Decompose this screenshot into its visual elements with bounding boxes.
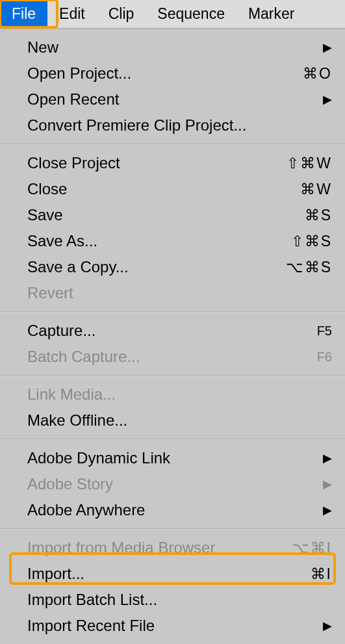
shortcut: ⌥⌘I: [280, 539, 332, 557]
menu-import-recent-file[interactable]: Import Recent File ▶: [0, 613, 345, 639]
menu-section-3: Link Media... Make Offline...: [0, 376, 345, 439]
menu-label: Batch Capture...: [27, 348, 280, 366]
shortcut: ⌘O: [280, 65, 332, 83]
submenu-arrow-icon: ▶: [320, 619, 332, 633]
menu-batch-capture: Batch Capture... F6: [0, 344, 345, 370]
shortcut: ⌘I: [280, 565, 332, 583]
menu-label: Import Recent File: [27, 617, 315, 635]
menu-new[interactable]: New ▶: [0, 34, 345, 60]
menu-label: Save As...: [27, 232, 280, 250]
menu-convert-premiere-clip[interactable]: Convert Premiere Clip Project...: [0, 112, 345, 138]
shortcut: ⌘W: [280, 181, 332, 198]
shortcut: F5: [280, 324, 332, 339]
menu-label: Adobe Anywhere: [27, 501, 315, 519]
menu-label: Close Project: [27, 154, 280, 172]
menu-import-batch-list[interactable]: Import Batch List...: [0, 587, 345, 613]
menu-label: Open Project...: [27, 64, 280, 83]
menubar-sequence[interactable]: Sequence: [146, 0, 236, 28]
menu-label: Import from Media Browser: [27, 539, 280, 557]
menu-import-from-media-browser: Import from Media Browser ⌥⌘I: [0, 535, 345, 561]
menubar: File Edit Clip Sequence Marker: [0, 0, 345, 29]
menu-close[interactable]: Close ⌘W: [0, 176, 345, 202]
menu-section-5: Import from Media Browser ⌥⌘I Import... …: [0, 529, 345, 644]
submenu-arrow-icon: ▶: [320, 503, 332, 517]
menu-make-offline[interactable]: Make Offline...: [0, 407, 345, 433]
menu-adobe-story: Adobe Story ▶: [0, 471, 345, 497]
menu-label: Import...: [27, 565, 280, 583]
menu-label: Close: [27, 180, 280, 198]
menu-label: Save: [27, 206, 280, 224]
menubar-marker[interactable]: Marker: [236, 0, 307, 28]
menu-revert: Revert: [0, 280, 345, 306]
file-dropdown: New ▶ Open Project... ⌘O Open Recent ▶ C…: [0, 29, 345, 644]
menu-label: Save a Copy...: [27, 258, 280, 276]
menu-save-as[interactable]: Save As... ⇧⌘S: [0, 228, 345, 254]
submenu-arrow-icon: ▶: [320, 477, 332, 491]
menu-section-0: New ▶ Open Project... ⌘O Open Recent ▶ C…: [0, 29, 345, 144]
menu-import[interactable]: Import... ⌘I: [0, 561, 345, 587]
menubar-clip[interactable]: Clip: [97, 0, 146, 28]
shortcut: F6: [280, 350, 332, 365]
menu-section-4: Adobe Dynamic Link ▶ Adobe Story ▶ Adobe…: [0, 439, 345, 529]
shortcut: ⌘S: [280, 207, 332, 224]
menu-label: Adobe Story: [27, 475, 315, 493]
menu-label: Open Recent: [27, 90, 315, 109]
menubar-file[interactable]: File: [0, 0, 47, 28]
menu-section-1: Close Project ⇧⌘W Close ⌘W Save ⌘S Save …: [0, 144, 345, 312]
menu-adobe-dynamic-link[interactable]: Adobe Dynamic Link ▶: [0, 445, 345, 471]
menu-open-recent[interactable]: Open Recent ▶: [0, 86, 345, 112]
menu-section-2: Capture... F5 Batch Capture... F6: [0, 312, 345, 376]
menu-label: Link Media...: [27, 385, 332, 404]
menu-label: Import Batch List...: [27, 591, 332, 609]
submenu-arrow-icon: ▶: [320, 451, 332, 465]
menu-label: Adobe Dynamic Link: [27, 449, 315, 467]
submenu-arrow-icon: ▶: [320, 92, 332, 107]
menu-open-project[interactable]: Open Project... ⌘O: [0, 60, 345, 86]
menu-label: Capture...: [27, 322, 280, 340]
menu-label: Revert: [27, 284, 332, 302]
shortcut: ⇧⌘W: [280, 155, 332, 172]
shortcut: ⇧⌘S: [280, 233, 332, 250]
menu-capture[interactable]: Capture... F5: [0, 318, 345, 344]
menubar-edit[interactable]: Edit: [47, 0, 97, 28]
menu-label: Convert Premiere Clip Project...: [27, 116, 332, 135]
menu-link-media: Link Media...: [0, 381, 345, 407]
menu-label: New: [27, 38, 315, 57]
menu-save-copy[interactable]: Save a Copy... ⌥⌘S: [0, 254, 345, 280]
submenu-arrow-icon: ▶: [320, 40, 332, 55]
menu-adobe-anywhere[interactable]: Adobe Anywhere ▶: [0, 497, 345, 523]
menu-label: Make Offline...: [27, 411, 332, 430]
menu-save[interactable]: Save ⌘S: [0, 202, 345, 228]
menu-close-project[interactable]: Close Project ⇧⌘W: [0, 150, 345, 176]
shortcut: ⌥⌘S: [280, 259, 332, 276]
